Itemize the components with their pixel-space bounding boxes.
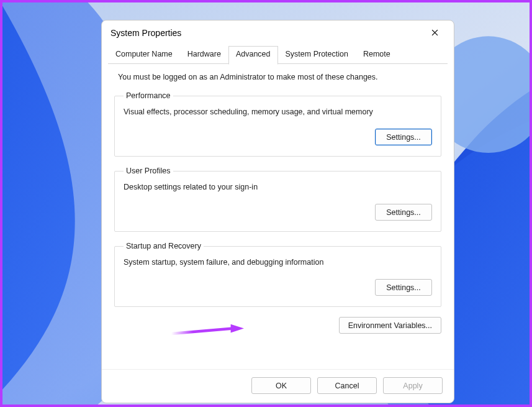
tab-strip: Computer Name Hardware Advanced System P… — [102, 45, 454, 64]
performance-desc: Visual effects, processor scheduling, me… — [124, 107, 432, 116]
performance-settings-button[interactable]: Settings... — [375, 129, 432, 145]
environment-variables-button[interactable]: Environment Variables... — [339, 317, 441, 334]
user-profiles-settings-button[interactable]: Settings... — [375, 204, 432, 221]
dialog-footer: OK Cancel Apply — [102, 369, 454, 403]
tab-body-advanced: You must be logged on as an Administrato… — [102, 64, 454, 369]
cancel-button[interactable]: Cancel — [317, 377, 377, 394]
startup-recovery-legend: Startup and Recovery — [124, 242, 204, 250]
close-icon — [431, 28, 438, 38]
system-properties-dialog: System Properties Computer Name Hardware… — [101, 20, 454, 403]
performance-group: Performance Visual effects, processor sc… — [114, 91, 441, 157]
user-profiles-desc: Desktop settings related to your sign-in — [124, 183, 432, 191]
close-button[interactable] — [420, 24, 449, 42]
tab-remote[interactable]: Remote — [356, 46, 398, 65]
admin-note: You must be logged on as an Administrato… — [114, 71, 441, 89]
user-profiles-group: User Profiles Desktop settings related t… — [114, 167, 441, 232]
tab-label: Computer Name — [115, 50, 173, 58]
ok-button[interactable]: OK — [251, 377, 311, 394]
startup-recovery-group: Startup and Recovery System startup, sys… — [114, 242, 441, 307]
startup-recovery-desc: System startup, system failure, and debu… — [124, 258, 432, 267]
tab-label: Advanced — [236, 50, 271, 58]
startup-recovery-settings-button[interactable]: Settings... — [375, 279, 432, 296]
apply-button[interactable]: Apply — [383, 377, 443, 394]
screenshot-frame: System Properties Computer Name Hardware… — [0, 0, 532, 407]
performance-legend: Performance — [124, 91, 173, 100]
tab-computer-name[interactable]: Computer Name — [108, 46, 180, 65]
tab-label: System Protection — [286, 50, 348, 58]
user-profiles-legend: User Profiles — [124, 167, 173, 175]
titlebar: System Properties — [102, 21, 454, 45]
tab-label: Remote — [363, 50, 390, 58]
tab-system-protection[interactable]: System Protection — [278, 46, 356, 65]
tab-label: Hardware — [187, 50, 221, 58]
window-title: System Properties — [110, 28, 181, 38]
tab-hardware[interactable]: Hardware — [180, 46, 228, 65]
tab-advanced[interactable]: Advanced — [228, 46, 278, 65]
